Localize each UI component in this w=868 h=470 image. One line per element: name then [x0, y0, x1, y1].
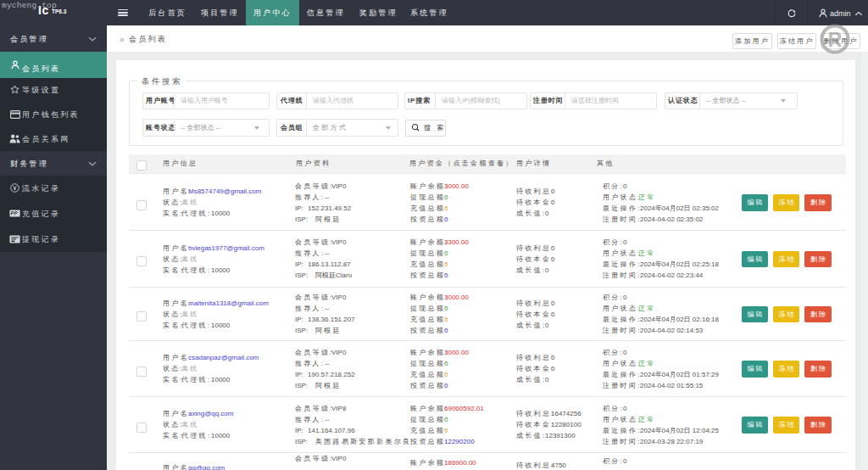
svg-text:R: R: [828, 29, 843, 51]
